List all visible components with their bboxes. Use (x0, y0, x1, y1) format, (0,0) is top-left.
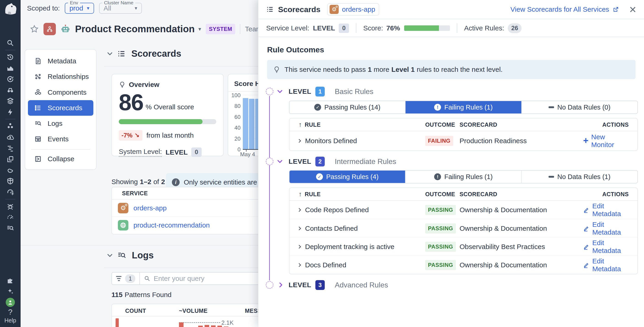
cluster-select[interactable]: Cluster Name All ▾ (99, 3, 142, 14)
table-row[interactable]: product-recommendation (112, 217, 271, 234)
view-all-scorecards-link[interactable]: View Scorecards for All Services (510, 5, 619, 13)
software-catalog-icon[interactable] (5, 154, 16, 165)
nav-item-relationships[interactable]: Relationships (28, 69, 93, 84)
level-node-icon (266, 88, 274, 95)
cluster-select-legend: Cluster Name (102, 0, 135, 5)
sort-arrow-icon[interactable]: ↑ (299, 121, 302, 128)
quick-actions-bolt-icon[interactable] (5, 107, 16, 118)
cloud-cost-icon[interactable] (5, 132, 16, 143)
nav-item-logs[interactable]: Logs (28, 116, 93, 131)
synthetics-icon[interactable] (5, 165, 16, 176)
scorecard-name: Ownership & Documentation (460, 225, 583, 232)
level-2-header[interactable]: LEVEL 2 Intermediate Rules (266, 156, 396, 166)
cubes-icon (34, 89, 42, 96)
chevron-right-icon[interactable] (297, 226, 301, 230)
nav-item-events[interactable]: Events (28, 131, 93, 147)
chevron-right-icon[interactable] (297, 208, 301, 212)
integrations-puzzle-icon[interactable] (5, 275, 16, 286)
scorecards-side-panel: Scorecards ⚙⚙ orders-app View Scorecards… (258, 0, 644, 327)
table-row[interactable]: ⚙⚙ orders-app (112, 200, 271, 217)
service-map-hexagons-icon[interactable] (5, 121, 16, 132)
star-favorite-icon[interactable] (30, 24, 39, 34)
tab-passing-rules[interactable]: ✓Passing Rules (14) (290, 101, 405, 113)
collapse-chevron-icon[interactable] (107, 50, 112, 55)
y-tick-label: 80 (229, 103, 240, 109)
section-title: Scorecards (131, 48, 181, 59)
service-link[interactable]: product-recommendation (134, 221, 210, 229)
exclamation-circle-icon: ! (434, 104, 441, 111)
log-search-icon[interactable] (5, 223, 16, 234)
rule-row[interactable]: Contacts Defined PASSING Ownership & Doc… (290, 219, 637, 237)
metrics-chart-icon[interactable] (5, 63, 16, 74)
level-3-header[interactable]: LEVEL 3 Advanced Rules (266, 280, 388, 290)
chevron-down-icon[interactable]: ▾ (198, 26, 201, 32)
chevron-down-icon[interactable] (277, 158, 283, 163)
document-icon (34, 57, 42, 65)
rule-row[interactable]: Docs Defined PASSING Ownership & Documen… (290, 256, 637, 274)
divider (31, 149, 90, 150)
edit-metadata-button[interactable]: Edit Metadata (583, 202, 637, 218)
entity-type-badge: SYSTEM (206, 24, 236, 34)
scope-bar: Scoped to: Env prod ▾ Cluster Name All ▾ (27, 3, 142, 14)
level-node-icon (266, 281, 274, 289)
tab-failing-rules[interactable]: !Failing Rules (1) (405, 171, 521, 183)
nav-collapse-button[interactable]: Collapse (28, 152, 93, 166)
rule-name: Code Repos Defined (305, 206, 425, 214)
logs-query-input[interactable] (154, 275, 266, 282)
edit-metadata-button[interactable]: Edit Metadata (583, 239, 637, 255)
profiling-speedometer-icon[interactable] (5, 212, 16, 223)
service-link[interactable]: orders-app (134, 204, 166, 212)
level-number-badge: 3 (315, 280, 324, 290)
search-icon[interactable] (5, 37, 16, 48)
datadog-logo[interactable] (3, 2, 18, 15)
nav-item-metadata[interactable]: Metadata (28, 53, 93, 69)
help-button[interactable]: ? Help (4, 308, 16, 324)
env-select[interactable]: Env prod ▾ (65, 3, 94, 14)
history-icon[interactable] (5, 52, 16, 63)
nav-item-components[interactable]: Components (28, 84, 93, 100)
chevron-right-icon[interactable] (297, 139, 301, 143)
filter-count-badge[interactable]: 1 (125, 274, 135, 283)
sort-arrow-icon[interactable]: ↑ (299, 191, 302, 198)
down-right-arrow-icon: ↘ (134, 132, 140, 139)
level-1-header[interactable]: LEVEL 1 Basic Rules (266, 86, 374, 96)
layers-icon[interactable] (5, 96, 16, 107)
filter-icon[interactable] (116, 276, 122, 281)
tab-failing-rules[interactable]: !Failing Rules (1) (405, 101, 521, 113)
ai-sparkles-icon[interactable] (5, 286, 16, 297)
service-level-badge: 0 (339, 23, 349, 33)
chevron-down-icon: ▾ (87, 6, 89, 11)
rule-name: Docs Defined (305, 261, 425, 269)
y-tick-label: 100 (229, 92, 240, 99)
entity-section-nav: Metadata Relationships Components Scorec… (25, 49, 96, 170)
nav-item-scorecards[interactable]: Scorecards (28, 100, 93, 116)
apm-target-icon[interactable] (5, 74, 16, 85)
collapse-chevron-icon[interactable] (107, 252, 112, 257)
security-shield-icon[interactable] (5, 176, 16, 187)
edit-metadata-button[interactable]: Edit Metadata (583, 257, 637, 273)
close-icon[interactable]: × (629, 3, 636, 15)
new-monitor-button[interactable]: +New Monitor (583, 133, 637, 149)
tab-no-data-rules[interactable]: No Data Rules (1) (521, 171, 637, 183)
rule-row[interactable]: Deployment tracking is active PASSING Ob… (290, 237, 637, 256)
service-pill[interactable]: ⚙⚙ orders-app (327, 3, 379, 15)
user-avatar[interactable] (5, 297, 16, 308)
error-tracking-bug-icon[interactable] (5, 201, 16, 212)
watchdog-binoculars-icon[interactable] (5, 85, 16, 96)
rule-row[interactable]: Monitors Defined FAILING Production Read… (290, 131, 637, 150)
chevron-right-icon[interactable] (297, 263, 301, 267)
rule-row[interactable]: Code Repos Defined PASSING Ownership & D… (290, 201, 637, 219)
tab-passing-rules[interactable]: ✓Passing Rules (4) (290, 171, 405, 183)
chevron-down-icon[interactable] (277, 88, 283, 93)
quality-gauge-icon[interactable] (5, 187, 16, 198)
pencil-icon (583, 207, 590, 213)
edit-metadata-button[interactable]: Edit Metadata (583, 221, 637, 236)
tab-no-data-rules[interactable]: No Data Rules (0) (521, 101, 637, 113)
divider (139, 273, 140, 285)
chevron-right-icon[interactable] (277, 282, 283, 288)
log-pipelines-icon[interactable] (5, 143, 16, 154)
log-count-bar (116, 318, 119, 327)
score-delta-note: from last month (146, 131, 194, 139)
info-icon: i (172, 178, 180, 186)
chevron-right-icon[interactable] (297, 245, 301, 249)
